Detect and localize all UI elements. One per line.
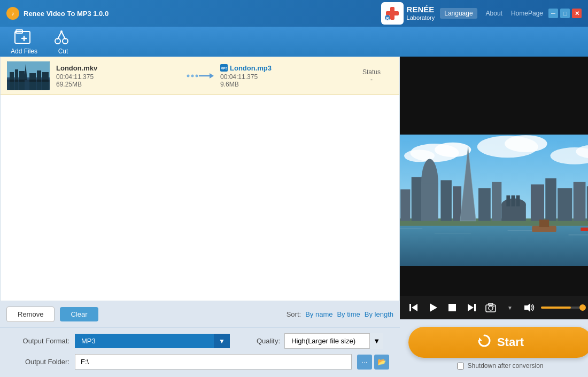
camera-button[interactable] xyxy=(483,300,498,315)
remove-button[interactable]: Remove xyxy=(6,307,55,322)
maximize-button[interactable]: □ xyxy=(560,9,570,18)
title-right: R RENÉE Laboratory Language About HomePa… xyxy=(381,2,582,25)
preview-bottom xyxy=(400,266,588,296)
folder-browse-button[interactable]: ··· xyxy=(357,355,372,370)
svg-rect-17 xyxy=(7,77,50,90)
logo-lab: Laboratory xyxy=(407,14,435,21)
sort-area: Sort: By name By time By length xyxy=(287,310,393,318)
minimize-button[interactable]: ─ xyxy=(548,9,558,18)
svg-marker-90 xyxy=(479,337,482,341)
logo-renee: RENÉE xyxy=(407,5,435,14)
settings-area: Output Format: MP3 ▼ Quality: High(Large… xyxy=(0,327,400,377)
svg-rect-52 xyxy=(421,183,438,221)
svg-rect-24 xyxy=(37,70,41,90)
svg-marker-81 xyxy=(430,303,437,312)
svg-rect-83 xyxy=(474,304,476,311)
preview-main xyxy=(400,135,588,266)
output-format-label: Output Format: xyxy=(11,337,69,345)
thumb-image xyxy=(7,61,50,90)
svg-text:♪: ♪ xyxy=(11,10,14,17)
close-button[interactable]: ✕ xyxy=(572,9,582,18)
convert-arrow xyxy=(186,69,214,82)
bottom-controls: Remove Clear Sort: By name By time By le… xyxy=(0,301,400,327)
cut-button[interactable]: Cut xyxy=(53,29,73,55)
folder-input[interactable] xyxy=(75,354,352,370)
format-select-wrap: MP3 ▼ xyxy=(75,334,230,348)
output-duration: 00:04:11.375 xyxy=(220,73,344,81)
sort-by-time[interactable]: By time xyxy=(337,310,360,318)
svg-rect-65 xyxy=(545,178,556,221)
sort-label: Sort: xyxy=(287,310,301,318)
svg-text:MP3: MP3 xyxy=(221,67,228,70)
sort-by-name[interactable]: By name xyxy=(305,310,332,318)
skip-fwd-button[interactable] xyxy=(464,300,479,315)
svg-rect-49 xyxy=(400,190,410,221)
svg-marker-89 xyxy=(524,303,530,312)
camera-dropdown-button[interactable]: ▼ xyxy=(502,300,517,315)
sort-by-length[interactable]: By length xyxy=(365,310,393,318)
input-duration: 00:04:11.375 xyxy=(56,73,180,81)
volume-fill xyxy=(541,307,571,309)
output-filename: London.mp3 xyxy=(230,64,272,72)
svg-rect-42 xyxy=(400,223,588,266)
quality-select[interactable]: High(Larger file size) xyxy=(284,333,383,349)
svg-point-15 xyxy=(60,30,63,33)
svg-rect-26 xyxy=(7,82,50,90)
logo-sublinks: Language About HomePage xyxy=(440,8,543,19)
start-refresh-icon xyxy=(477,333,492,351)
folder-open-button[interactable]: 📂 xyxy=(374,355,389,370)
add-files-label: Add Files xyxy=(11,48,37,55)
svg-rect-53 xyxy=(440,180,452,221)
svg-rect-54 xyxy=(453,186,461,221)
svg-text:R: R xyxy=(386,17,389,20)
volume-button[interactable] xyxy=(522,300,537,315)
output-folder-label: Output Folder: xyxy=(11,358,69,366)
logo-text-area: RENÉE Laboratory xyxy=(407,5,435,21)
svg-point-86 xyxy=(489,306,493,310)
volume-thumb xyxy=(579,304,586,311)
about-link[interactable]: About xyxy=(486,8,502,19)
svg-rect-19 xyxy=(10,72,14,90)
svg-point-29 xyxy=(196,75,198,77)
svg-rect-21 xyxy=(19,71,25,90)
toolbar: Add Files Cut xyxy=(0,27,588,57)
cut-icon xyxy=(53,29,73,46)
volume-slider[interactable] xyxy=(541,307,584,309)
svg-marker-84 xyxy=(468,304,474,311)
left-panel: London.mkv 00:04:11.375 69.25MB MP xyxy=(0,57,400,377)
svg-rect-82 xyxy=(448,304,456,311)
format-select[interactable]: MP3 xyxy=(75,334,230,348)
svg-line-14 xyxy=(61,32,65,39)
title-left: ♪ Renee Video To MP3 1.0.0 xyxy=(6,7,109,20)
add-files-icon xyxy=(14,29,34,46)
start-label: Start xyxy=(497,335,524,349)
add-files-button[interactable]: Add Files xyxy=(11,29,37,55)
language-button[interactable]: Language xyxy=(440,8,477,19)
quality-wrap: Quality: High(Larger file size) ▼ xyxy=(257,333,383,349)
clear-button[interactable]: Clear xyxy=(60,307,98,321)
play-button[interactable] xyxy=(425,300,440,315)
svg-rect-23 xyxy=(29,73,36,90)
svg-rect-61 xyxy=(506,195,510,207)
right-panel: ▼ Star xyxy=(400,57,588,377)
format-setting: Output Format: MP3 ▼ Quality: High(Large… xyxy=(11,333,389,349)
status-col: Status - xyxy=(350,68,393,83)
shutdown-row: Shutdown after conversion xyxy=(457,362,543,370)
svg-rect-60 xyxy=(501,205,526,221)
title-bar: ♪ Renee Video To MP3 1.0.0 R RENÉE Labor… xyxy=(0,0,588,27)
skip-back-button[interactable] xyxy=(406,300,421,315)
app-icon: ♪ xyxy=(6,7,19,20)
svg-rect-71 xyxy=(539,219,549,227)
svg-rect-20 xyxy=(15,69,18,90)
file-item[interactable]: London.mkv 00:04:11.375 69.25MB MP xyxy=(1,57,399,95)
svg-point-88 xyxy=(493,306,494,307)
folder-setting: Output Folder: ··· 📂 xyxy=(11,354,389,370)
start-button[interactable]: Start xyxy=(408,327,588,358)
file-list: London.mkv 00:04:11.375 69.25MB MP xyxy=(0,57,400,301)
shutdown-checkbox[interactable] xyxy=(457,363,464,370)
stop-button[interactable] xyxy=(445,300,460,315)
preview-top xyxy=(400,57,588,135)
homepage-link[interactable]: HomePage xyxy=(511,8,543,19)
svg-rect-58 xyxy=(492,182,501,221)
svg-rect-4 xyxy=(386,11,399,15)
